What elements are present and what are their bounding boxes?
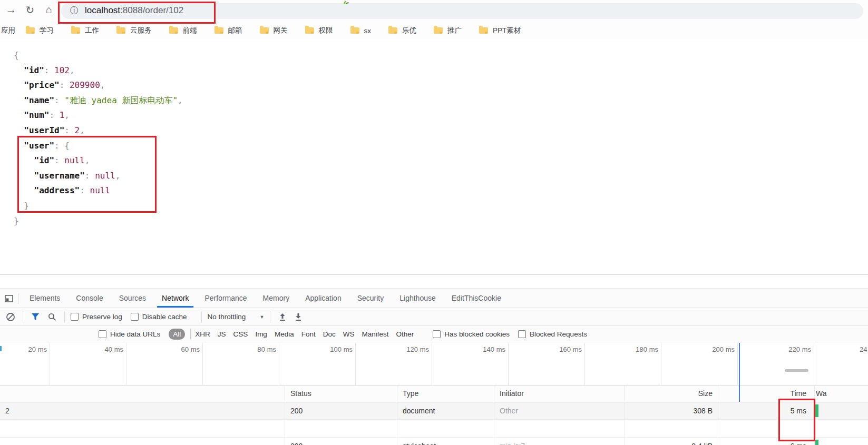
throttling-value: No throttling [208, 313, 246, 321]
column-separator[interactable] [717, 385, 717, 445]
filter-type-font[interactable]: Font [301, 330, 316, 338]
filter-type-js[interactable]: JS [218, 330, 226, 338]
browser-toolbar: → ↻ ⌂ ⓘ localhost:8088/order/102 [0, 0, 868, 22]
bookmark-folder[interactable]: 推广 [434, 26, 462, 35]
network-overview-timeline[interactable]: 24 20 ms40 ms60 ms80 ms100 ms120 ms140 m… [0, 343, 868, 385]
blocked-requests-checkbox[interactable]: Blocked Requests [518, 330, 587, 338]
filter-type-css[interactable]: CSS [233, 330, 248, 338]
import-har-icon[interactable] [276, 310, 289, 324]
devtools-tab-performance[interactable]: Performance [197, 290, 255, 308]
column-separator[interactable] [397, 385, 397, 445]
header-cell-waterfall[interactable]: Wa [814, 385, 868, 402]
json-token: } [14, 216, 19, 226]
column-separator[interactable] [285, 385, 285, 445]
export-har-icon[interactable] [292, 310, 305, 324]
bookmark-folder[interactable]: 权限 [305, 26, 333, 35]
filter-type-img[interactable]: Img [255, 330, 267, 338]
devtools-tab-security[interactable]: Security [349, 290, 392, 308]
column-separator[interactable] [814, 385, 815, 445]
devtools-tab-lighthouse[interactable]: Lighthouse [392, 290, 444, 308]
json-token: "num" [24, 110, 49, 120]
throttling-dropdown[interactable]: No throttling ▼ [208, 313, 265, 321]
devtools-tab-application[interactable]: Application [297, 290, 349, 308]
devtools-tab-bar: ElementsConsoleSourcesNetworkPerformance… [0, 290, 868, 308]
forward-button[interactable]: → [4, 4, 18, 16]
filter-type-all[interactable]: All [169, 329, 185, 340]
disable-cache-checkbox[interactable]: Disable cache [131, 313, 187, 321]
toolbar-separator [64, 311, 65, 323]
column-separator[interactable] [494, 385, 494, 445]
json-token: : [54, 155, 64, 165]
json-line: "username": null, [14, 169, 183, 184]
json-token: "address" [34, 185, 80, 195]
checkbox-box[interactable] [433, 330, 441, 338]
bookmark-folder[interactable]: 工作 [71, 26, 99, 35]
home-button[interactable]: ⌂ [42, 4, 56, 16]
request-row[interactable]: 2200documentOther308 B5 ms [0, 402, 868, 420]
bookmark-folder[interactable]: PPT素材 [479, 26, 521, 35]
url-path: :8088/order/102 [120, 5, 183, 15]
devtools-tab-elements[interactable]: Elements [22, 290, 68, 308]
bookmark-folder[interactable]: 云服务 [116, 26, 152, 35]
dock-side-button[interactable] [3, 290, 15, 308]
header-cell-time[interactable]: Time [717, 385, 814, 402]
network-filter-bar: Hide data URLs AllXHRJSCSSImgMediaFontDo… [0, 326, 868, 342]
devtools-tab-editthiscookie[interactable]: EditThisCookie [444, 290, 509, 308]
header-cell-type[interactable]: Type [397, 385, 494, 402]
checkbox-box[interactable] [71, 313, 79, 321]
bookmark-label: sx [364, 27, 372, 35]
json-line: "address": null [14, 183, 183, 199]
bookmark-folder[interactable]: sx [350, 27, 372, 35]
filter-type-ws[interactable]: WS [343, 330, 355, 338]
timeline-cell: 100 ms [279, 343, 356, 385]
bookmark-folder[interactable]: 学习 [26, 26, 54, 35]
column-separator[interactable] [625, 385, 625, 445]
hide-data-urls-checkbox[interactable]: Hide data URLs [99, 330, 160, 338]
has-blocked-cookies-checkbox[interactable]: Has blocked cookies [433, 330, 510, 338]
bookmark-label: 网关 [274, 26, 288, 35]
json-token [14, 125, 24, 135]
timeline-cell: 180 ms [585, 343, 661, 385]
devtools-tab-memory[interactable]: Memory [255, 290, 298, 308]
filter-type-other[interactable]: Other [396, 330, 414, 338]
header-cell-status[interactable]: Status [285, 385, 397, 402]
timeline-tick-label: 220 ms [788, 345, 811, 353]
filter-type-media[interactable]: Media [275, 330, 294, 338]
header-cell-initiator[interactable]: Initiator [494, 385, 625, 402]
preserve-log-checkbox[interactable]: Preserve log [71, 313, 122, 321]
search-icon[interactable] [46, 310, 58, 324]
devtools-tab-console[interactable]: Console [68, 290, 111, 308]
filter-funnel-icon[interactable] [29, 310, 42, 324]
timeline-cell: 140 ms [432, 343, 509, 385]
address-bar[interactable]: ⓘ localhost:8088/order/102 [61, 3, 863, 19]
header-cell-size[interactable]: Size [625, 385, 717, 402]
bookmarks-apps-shortcut[interactable]: 应用 [1, 26, 15, 35]
page-bottom-divider [0, 274, 868, 275]
site-info-icon[interactable]: ⓘ [70, 5, 79, 16]
filter-type-xhr[interactable]: XHR [195, 330, 210, 338]
clear-requests-icon[interactable] [4, 310, 17, 324]
json-token: : [64, 125, 74, 135]
request-row[interactable]: 200stylesheetmin.js:70.4 kB6 ms [0, 437, 868, 445]
json-token: , [85, 155, 90, 165]
folder-icon [479, 27, 488, 34]
bookmark-folder[interactable]: 网关 [260, 26, 288, 35]
domcontentloaded-marker [739, 343, 740, 402]
devtools-tab-sources[interactable]: Sources [111, 290, 154, 308]
bookmark-label: 乐优 [402, 26, 416, 35]
filter-type-doc[interactable]: Doc [323, 330, 336, 338]
checkbox-box[interactable] [518, 330, 526, 338]
timeline-cell: 120 ms [356, 343, 432, 385]
bookmark-folder[interactable]: 乐优 [388, 26, 416, 35]
reload-button[interactable]: ↻ [23, 4, 37, 16]
bookmark-folder[interactable]: 邮箱 [214, 26, 242, 35]
json-line: "num": 1, [14, 108, 183, 123]
bookmark-folder[interactable]: 前端 [169, 26, 197, 35]
filter-type-manifest[interactable]: Manifest [362, 330, 388, 338]
checkbox-box[interactable] [99, 330, 106, 338]
header-cell-name[interactable] [0, 385, 285, 402]
checkbox-box[interactable] [131, 313, 139, 321]
devtools-tab-network[interactable]: Network [154, 290, 197, 308]
timeline-cell: 80 ms [203, 343, 279, 385]
json-token: "user" [24, 141, 54, 151]
